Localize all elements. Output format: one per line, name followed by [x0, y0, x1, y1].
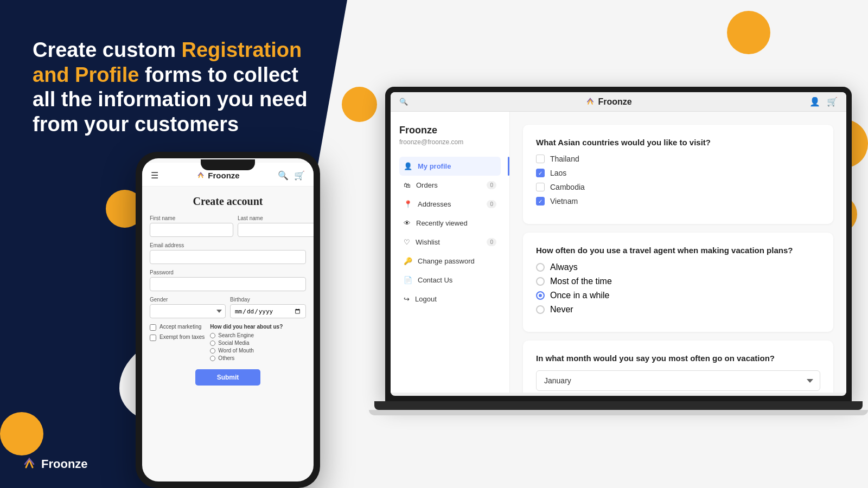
nav-left-profile: 👤 My profile	[404, 162, 451, 170]
logout-icon: ↪	[404, 295, 410, 303]
orders-label: Orders	[416, 181, 438, 189]
first-name-group: First name	[150, 215, 233, 237]
browser-icons: 👤 🛒	[809, 97, 838, 107]
question-countries-title: What Asian countries would you like to v…	[536, 138, 820, 147]
recently-viewed-label: Recently viewed	[416, 219, 468, 227]
radio-always-circle[interactable]	[536, 263, 545, 272]
password-input[interactable]	[150, 277, 306, 291]
radio-never-circle[interactable]	[536, 305, 545, 314]
last-name-input[interactable]	[238, 223, 314, 237]
submit-button[interactable]: Submit	[195, 369, 260, 386]
exempt-taxes-checkbox[interactable]	[150, 335, 156, 341]
accept-marketing-row[interactable]: Accept marketing	[150, 324, 205, 331]
radio-social-media-input[interactable]	[210, 341, 215, 346]
gender-birthday-row: Gender Birthday	[150, 297, 306, 318]
accept-marketing-checkbox[interactable]	[150, 324, 156, 331]
checkbox-laos[interactable]	[536, 169, 545, 177]
sidebar-item-wishlist[interactable]: ♡ Wishlist 0	[399, 233, 501, 252]
browser-cart-icon[interactable]: 🛒	[827, 97, 838, 107]
radio-once-circle[interactable]	[536, 291, 545, 300]
phone-mockup: ☰ Froonze 🔍 🛒 Create account	[136, 152, 320, 488]
radio-others-input[interactable]	[210, 356, 215, 361]
bottom-logo-text: Froonze	[41, 457, 88, 471]
laptop-bottom-bezel	[374, 401, 863, 410]
decorative-circle-top-right	[727, 11, 770, 54]
phone-header-icons: 🔍 🛒	[278, 170, 305, 181]
browser-chrome: 🔍 Froonze 👤 🛒	[391, 92, 846, 112]
first-name-label: First name	[150, 215, 233, 221]
phone-search-icon[interactable]: 🔍	[278, 170, 289, 181]
email-group: Email address	[150, 242, 306, 264]
radio-others[interactable]: Others	[210, 355, 283, 361]
phone-logo-icon	[196, 171, 205, 180]
checkboxes-section: Accept marketing Exempt from taxes	[150, 324, 205, 363]
label-cambodia: Cambodia	[550, 183, 585, 191]
email-input[interactable]	[150, 250, 306, 264]
account-email: froonze@froonze.com	[399, 138, 501, 146]
sidebar-item-orders[interactable]: 🛍 Orders 0	[399, 176, 501, 195]
sidebar-item-logout[interactable]: ↪ Logout	[399, 290, 501, 309]
birthday-input[interactable]	[230, 304, 306, 318]
exempt-taxes-label: Exempt from taxes	[159, 334, 205, 340]
change-password-label: Change password	[418, 257, 475, 265]
nav-left-orders: 🛍 Orders	[404, 181, 438, 189]
bottom-logo-icon	[22, 457, 37, 472]
label-thailand: Thailand	[550, 155, 579, 163]
radio-most-of-time: Most of the time	[536, 277, 820, 286]
profile-icon: 👤	[404, 162, 412, 170]
checkbox-vietnam[interactable]	[536, 197, 545, 206]
gender-select[interactable]	[150, 304, 226, 318]
hero-highlight2: and Profile	[33, 63, 139, 86]
sidebar-item-my-profile[interactable]: 👤 My profile	[399, 157, 501, 176]
radio-most-circle[interactable]	[536, 277, 545, 286]
radio-search-engine-input[interactable]	[210, 333, 215, 338]
last-name-label: Last name	[238, 215, 314, 221]
browser-content: Froonze froonze@froonze.com 👤 My profile…	[391, 112, 846, 393]
month-select[interactable]: January February March April May June Ju…	[536, 370, 820, 391]
contact-us-label: Contact Us	[418, 276, 452, 284]
check-cambodia: Cambodia	[536, 183, 820, 191]
browser-search[interactable]: 🔍	[399, 98, 408, 106]
checkbox-cambodia[interactable]	[536, 183, 545, 191]
question-countries: What Asian countries would you like to v…	[523, 125, 833, 224]
check-thailand: Thailand	[536, 155, 820, 163]
checkbox-thailand[interactable]	[536, 155, 545, 163]
wishlist-icon: ♡	[404, 238, 410, 246]
question-travel-agent-title: How often do you use a travel agent when…	[536, 246, 820, 255]
last-name-group: Last name	[238, 215, 314, 237]
hamburger-icon[interactable]: ☰	[151, 170, 158, 181]
sidebar-item-addresses[interactable]: 📍 Addresses 0	[399, 195, 501, 214]
sidebar-item-change-password[interactable]: 🔑 Change password	[399, 252, 501, 271]
exempt-taxes-row[interactable]: Exempt from taxes	[150, 334, 205, 341]
laptop-bezel: 🔍 Froonze 👤 🛒 Froonze	[385, 87, 852, 401]
account-name: Froonze	[399, 125, 501, 136]
phone-logo-text: Froonze	[208, 171, 239, 180]
browser-logo-text: Froonze	[598, 97, 631, 107]
browser-user-icon[interactable]: 👤	[809, 97, 820, 107]
account-sidebar: Froonze froonze@froonze.com 👤 My profile…	[391, 112, 510, 393]
phone-content: Create account First name Last name Emai…	[142, 187, 314, 481]
radio-search-engine[interactable]: Search Engine	[210, 332, 283, 338]
active-bar	[508, 157, 509, 176]
label-laos: Laos	[550, 169, 566, 177]
hero-highlight1: Registration	[182, 38, 302, 61]
first-name-input[interactable]	[150, 223, 233, 237]
question-month: In what month would you say you most oft…	[523, 341, 833, 393]
change-password-icon: 🔑	[404, 257, 412, 265]
phone-cart-icon[interactable]: 🛒	[294, 170, 305, 181]
profile-label: My profile	[418, 162, 451, 170]
sidebar-item-recently-viewed[interactable]: 👁 Recently viewed	[399, 214, 501, 233]
hero-text: Create custom Registration and Profile f…	[33, 38, 315, 137]
radio-word-of-mouth[interactable]: Word of Mouth	[210, 348, 283, 354]
radio-search-engine-label: Search Engine	[218, 332, 254, 338]
radio-word-of-mouth-input[interactable]	[210, 348, 215, 354]
password-label: Password	[150, 269, 306, 275]
radio-always: Always	[536, 262, 820, 272]
radio-social-media[interactable]: Social Media	[210, 340, 283, 346]
phone-screen: ☰ Froonze 🔍 🛒 Create account	[142, 158, 314, 481]
sidebar-item-contact-us[interactable]: 📄 Contact Us	[399, 271, 501, 290]
orders-badge: 0	[487, 181, 496, 189]
phone-form-title: Create account	[150, 195, 306, 208]
question-travel-agent: How often do you use a travel agent when…	[523, 233, 833, 332]
radio-word-of-mouth-label: Word of Mouth	[218, 348, 253, 354]
